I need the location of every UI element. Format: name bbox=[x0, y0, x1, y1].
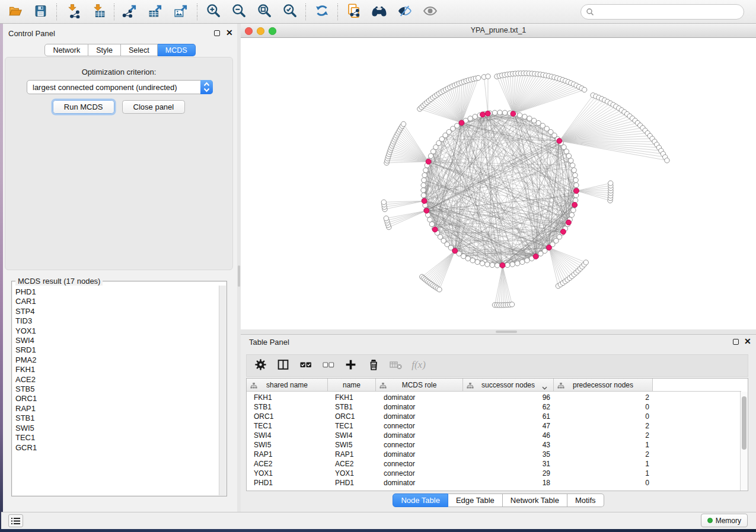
table-scrollbar[interactable] bbox=[740, 392, 748, 491]
network-canvas[interactable] bbox=[241, 38, 756, 329]
cell-successor-nodes: 43 bbox=[463, 440, 554, 450]
cell-MCDS-role: dominator bbox=[376, 393, 463, 402]
zoom-selected-button[interactable] bbox=[277, 2, 302, 22]
table-row[interactable]: TEC1TEC1connector472 bbox=[247, 421, 741, 431]
graphics-toggle-button[interactable] bbox=[417, 2, 443, 22]
result-item[interactable]: CAR1 bbox=[15, 297, 219, 306]
splitter-handle[interactable] bbox=[496, 331, 517, 333]
share-document-icon bbox=[346, 3, 362, 21]
network-window-titlebar[interactable]: YPA_prune.txt_1 bbox=[241, 24, 756, 38]
memory-button[interactable]: Memory bbox=[701, 514, 748, 527]
import-table-button[interactable] bbox=[85, 2, 111, 22]
result-item[interactable]: YOX1 bbox=[15, 326, 219, 336]
tab-network[interactable]: Network bbox=[44, 44, 88, 56]
cell-shared-name: SWI4 bbox=[247, 431, 328, 440]
result-item[interactable]: TID3 bbox=[15, 316, 219, 326]
share-document-button[interactable] bbox=[341, 2, 366, 22]
tab-select[interactable]: Select bbox=[121, 44, 158, 56]
save-session-button[interactable] bbox=[28, 2, 53, 22]
column-header-successor-nodes[interactable]: successor nodes bbox=[463, 379, 554, 392]
column-header-predecessor-nodes[interactable]: predecessor nodes bbox=[554, 379, 653, 392]
mcds-result-list[interactable]: PHD1CAR1STP4TID3YOX1SWI4SRD1PMA2FKH1ACE2… bbox=[12, 286, 219, 495]
tab-edge-table[interactable]: Edge Table bbox=[448, 493, 503, 507]
scrollbar-thumb[interactable] bbox=[742, 396, 747, 450]
select-all-check-button[interactable] bbox=[296, 357, 315, 374]
result-item[interactable]: PMA2 bbox=[15, 355, 219, 365]
criterion-dropdown[interactable]: largest connected component (undirected) bbox=[27, 80, 213, 94]
table-row[interactable]: ORC1ORC1dominator610 bbox=[247, 412, 741, 421]
column-header-name[interactable]: name bbox=[328, 379, 376, 392]
tab-node-table[interactable]: Node Table bbox=[393, 493, 448, 507]
node-table: shared namenameMCDS rolesuccessor nodesp… bbox=[246, 378, 748, 491]
search-input[interactable] bbox=[597, 8, 744, 16]
table-panel-title: Table Panel bbox=[249, 338, 289, 347]
export-image-button[interactable] bbox=[168, 2, 194, 22]
delete-table-icon bbox=[389, 359, 403, 373]
zoom-out-icon bbox=[231, 3, 247, 20]
horizontal-splitter[interactable] bbox=[241, 329, 756, 334]
result-item[interactable]: TEC1 bbox=[15, 433, 219, 443]
result-scrollbar[interactable] bbox=[219, 286, 226, 495]
function-builder-button[interactable]: f(x) bbox=[409, 357, 428, 374]
splitter-handle[interactable] bbox=[238, 265, 240, 287]
table-row[interactable]: SWI4SWI4dominator462 bbox=[247, 431, 741, 440]
result-item[interactable]: GCR1 bbox=[15, 443, 219, 453]
table-row[interactable]: PHD1PHD1dominator180 bbox=[247, 478, 741, 488]
unselect-all-check-button[interactable] bbox=[319, 357, 337, 374]
task-history-button[interactable] bbox=[8, 514, 23, 527]
float-panel-icon[interactable] bbox=[214, 30, 220, 36]
tab-motifs[interactable]: Motifs bbox=[567, 493, 604, 507]
table-row[interactable]: YOX1YOX1connector291 bbox=[247, 469, 741, 478]
table-row[interactable]: RAP1RAP1dominator352 bbox=[247, 450, 741, 459]
result-item[interactable]: PHD1 bbox=[15, 287, 219, 297]
task-list-icon bbox=[11, 517, 20, 525]
float-table-panel-icon[interactable] bbox=[733, 339, 739, 345]
export-network-button[interactable] bbox=[117, 2, 143, 22]
tab-style[interactable]: Style bbox=[88, 44, 121, 56]
column-header-shared-name[interactable]: shared name bbox=[247, 379, 328, 392]
refresh-button[interactable] bbox=[309, 2, 334, 22]
vizmapper-toggle-button[interactable] bbox=[392, 2, 417, 22]
search-box[interactable] bbox=[580, 4, 744, 20]
cell-predecessor-nodes: 0 bbox=[554, 478, 653, 488]
zoom-in-icon bbox=[206, 3, 221, 20]
table-row[interactable]: STB1STB1dominator620 bbox=[247, 402, 741, 412]
close-panel-button[interactable]: Close panel bbox=[122, 100, 186, 114]
cell-MCDS-role: connector bbox=[376, 421, 463, 431]
result-item[interactable]: ORC1 bbox=[15, 394, 219, 403]
run-mcds-button[interactable]: Run MCDS bbox=[53, 100, 114, 114]
result-item[interactable]: STB1 bbox=[15, 414, 219, 423]
zoom-fit-button[interactable] bbox=[251, 2, 277, 22]
zoom-out-button[interactable] bbox=[226, 2, 251, 22]
application-window: Control Panel ✕ NetworkStyleSelectMCDS O… bbox=[0, 0, 756, 529]
tab-mcds[interactable]: MCDS bbox=[158, 44, 196, 56]
column-header-MCDS-role[interactable]: MCDS role bbox=[376, 379, 463, 392]
add-column-button[interactable] bbox=[342, 357, 360, 374]
close-table-panel-icon[interactable]: ✕ bbox=[744, 336, 751, 346]
zoom-fit-icon bbox=[257, 3, 272, 20]
delete-column-button[interactable] bbox=[364, 357, 382, 374]
result-item[interactable]: SRD1 bbox=[15, 345, 219, 355]
export-table-button[interactable] bbox=[143, 2, 168, 22]
delete-table-button[interactable] bbox=[387, 357, 405, 374]
result-item[interactable]: FKH1 bbox=[15, 365, 219, 374]
table-row[interactable]: FKH1FKH1dominator962 bbox=[247, 393, 741, 402]
table-row[interactable]: ACE2ACE2connector311 bbox=[247, 459, 741, 469]
toolbar-separator bbox=[337, 4, 338, 20]
zoom-in-button[interactable] bbox=[200, 2, 226, 22]
result-item[interactable]: SWI5 bbox=[15, 424, 219, 433]
table-row[interactable]: SWI5SWI5connector431 bbox=[247, 440, 741, 450]
show-columns-button[interactable] bbox=[274, 357, 292, 374]
result-item[interactable]: RAP1 bbox=[15, 404, 219, 414]
result-item[interactable]: STP4 bbox=[15, 307, 219, 316]
result-item[interactable]: STB5 bbox=[15, 384, 219, 394]
open-session-button[interactable] bbox=[2, 2, 28, 22]
criterion-dropdown-value: largest connected component (undirected) bbox=[27, 83, 200, 92]
result-item[interactable]: ACE2 bbox=[15, 375, 219, 384]
table-options-button[interactable] bbox=[251, 357, 270, 374]
result-item[interactable]: SWI4 bbox=[15, 336, 219, 345]
tab-network-table[interactable]: Network Table bbox=[503, 493, 567, 507]
close-panel-icon[interactable]: ✕ bbox=[226, 28, 233, 37]
import-network-button[interactable] bbox=[60, 2, 85, 22]
search-network-button[interactable] bbox=[366, 2, 392, 22]
